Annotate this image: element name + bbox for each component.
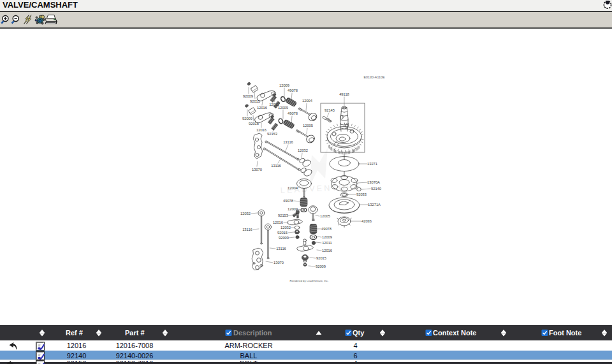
- svg-text:12005: 12005: [303, 124, 313, 127]
- svg-text:92009: 92009: [243, 94, 253, 98]
- svg-text:12032: 12032: [240, 212, 251, 215]
- svg-text:12016: 12016: [257, 106, 267, 110]
- svg-text:13070: 13070: [273, 261, 284, 265]
- svg-text:12009: 12009: [278, 106, 288, 110]
- svg-text:12016: 12016: [256, 128, 266, 132]
- svg-text:12009: 12009: [322, 235, 332, 239]
- svg-text:13070: 13070: [252, 168, 262, 171]
- svg-text:49118: 49118: [339, 92, 349, 96]
- svg-text:Qty: Qty: [353, 329, 365, 337]
- svg-text:92009: 92009: [242, 117, 252, 120]
- svg-text:12032: 12032: [280, 226, 291, 229]
- svg-text:12032: 12032: [298, 149, 308, 152]
- svg-text:12016: 12016: [322, 249, 332, 252]
- svg-text:12016: 12016: [273, 221, 283, 224]
- svg-text:Context Note: Context Note: [433, 329, 476, 337]
- svg-text:13116: 13116: [276, 247, 286, 251]
- svg-text:92015: 92015: [277, 231, 288, 235]
- svg-text:Description: Description: [233, 329, 272, 337]
- svg-text:92015: 92015: [250, 99, 260, 103]
- svg-text:13271A: 13271A: [368, 203, 381, 207]
- svg-text:42036: 42036: [361, 219, 372, 223]
- svg-text:92015: 92015: [316, 256, 326, 260]
- svg-text:92145: 92145: [324, 108, 335, 112]
- svg-text:Rendered by LeadVenture, Inc.: Rendered by LeadVenture, Inc.: [290, 279, 329, 282]
- svg-text:12009: 12009: [288, 207, 298, 211]
- svg-text:Part #: Part #: [125, 329, 145, 337]
- svg-text:92033: 92033: [356, 193, 367, 196]
- svg-text:13116: 13116: [242, 228, 252, 231]
- svg-text:Ref #: Ref #: [66, 329, 83, 337]
- svg-text:49078: 49078: [288, 112, 298, 115]
- svg-text:13070A: 13070A: [367, 180, 380, 184]
- svg-text:12004: 12004: [288, 186, 298, 190]
- svg-text:12005: 12005: [320, 214, 330, 218]
- svg-text:12004: 12004: [302, 99, 313, 103]
- svg-text:13116: 13116: [283, 140, 293, 144]
- svg-text:12009: 12009: [279, 84, 289, 87]
- svg-text:92009: 92009: [279, 236, 289, 240]
- svg-text:49078: 49078: [283, 199, 293, 203]
- svg-text:E0130-A110E: E0130-A110E: [363, 75, 385, 79]
- svg-text:92153: 92153: [267, 132, 277, 136]
- svg-text:13271: 13271: [367, 162, 377, 166]
- svg-text:92153: 92153: [278, 214, 288, 217]
- svg-text:92015: 92015: [249, 122, 259, 126]
- svg-text:49078: 49078: [288, 89, 298, 92]
- svg-text:92009: 92009: [316, 265, 326, 268]
- svg-text:Foot Note: Foot Note: [549, 329, 581, 337]
- svg-text:49078: 49078: [321, 227, 332, 231]
- svg-text:92140: 92140: [371, 187, 381, 191]
- svg-text:12011: 12011: [322, 241, 332, 245]
- svg-text:13116: 13116: [271, 164, 281, 168]
